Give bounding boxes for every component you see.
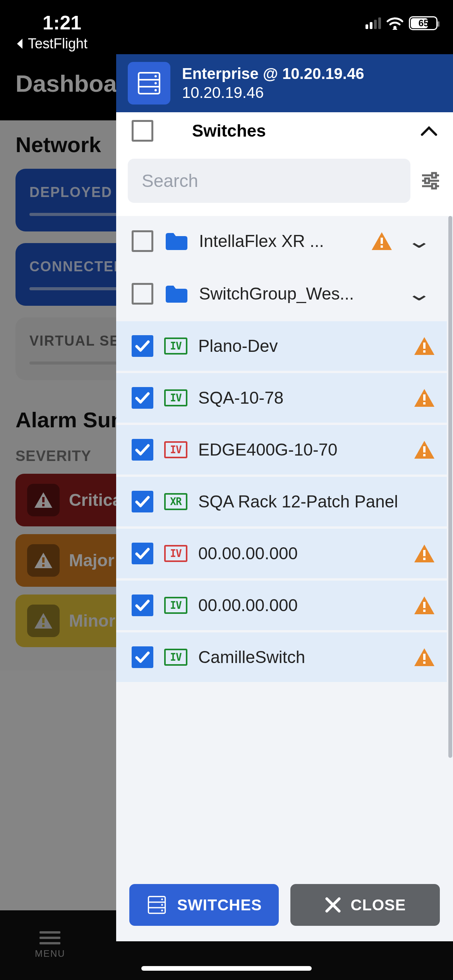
svg-rect-27 xyxy=(423,550,426,556)
row-checkbox[interactable] xyxy=(132,230,153,252)
svg-rect-29 xyxy=(423,602,426,608)
switches-button[interactable]: SWITCHES xyxy=(129,884,279,926)
type-badge: IV xyxy=(164,545,187,562)
svg-point-0 xyxy=(393,26,396,29)
back-to-app[interactable]: TestFlight xyxy=(15,36,88,52)
switch-row[interactable]: IVSQA-10-78 xyxy=(116,373,447,423)
close-button[interactable]: CLOSE xyxy=(290,884,440,926)
select-all-checkbox[interactable] xyxy=(132,120,153,142)
type-badge: IV xyxy=(164,597,187,614)
svg-rect-28 xyxy=(423,558,426,560)
svg-rect-26 xyxy=(423,454,426,456)
row-checkbox[interactable] xyxy=(132,595,153,616)
folder-icon xyxy=(164,231,188,251)
svg-rect-19 xyxy=(381,238,383,244)
svg-rect-18 xyxy=(432,184,436,188)
switch-row[interactable]: IVCamilleSwitch xyxy=(116,632,447,682)
row-label: 00.00.00.000 xyxy=(198,544,403,563)
battery-icon: 65 xyxy=(409,16,438,30)
home-indicator[interactable] xyxy=(141,966,312,971)
svg-rect-32 xyxy=(423,661,426,664)
svg-point-11 xyxy=(154,82,157,84)
row-label: SwitchGroup_Wes... xyxy=(199,284,393,303)
select-all-row[interactable]: Switches xyxy=(116,112,453,149)
svg-rect-30 xyxy=(423,610,426,612)
svg-point-38 xyxy=(161,910,163,911)
row-label: Plano-Dev xyxy=(198,336,403,356)
row-checkbox[interactable] xyxy=(132,646,153,668)
svg-rect-25 xyxy=(423,446,426,452)
svg-rect-14 xyxy=(432,173,436,178)
rack-icon xyxy=(146,894,168,916)
svg-point-36 xyxy=(161,898,163,900)
warning-triangle-icon xyxy=(414,648,435,667)
switch-row[interactable]: XRSQA Rack 12-Patch Panel xyxy=(116,477,447,526)
chevron-down-icon[interactable]: ⌄ xyxy=(394,230,444,252)
svg-rect-23 xyxy=(423,394,426,401)
row-checkbox[interactable] xyxy=(132,543,153,564)
switches-panel: Enterprise @ 10.20.19.46 10.20.19.46 Swi… xyxy=(116,54,453,941)
chevron-up-icon[interactable] xyxy=(420,125,438,136)
row-label: SQA-10-78 xyxy=(198,388,403,408)
cell-signal-icon xyxy=(365,17,381,29)
row-checkbox[interactable] xyxy=(132,387,153,409)
svg-rect-22 xyxy=(423,350,426,353)
switch-row[interactable]: IV00.00.00.000 xyxy=(116,529,447,578)
svg-point-37 xyxy=(161,904,163,906)
search-row: Search xyxy=(116,149,453,216)
panel-header: Enterprise @ 10.20.19.46 10.20.19.46 xyxy=(116,54,453,112)
chevron-down-icon[interactable]: ⌄ xyxy=(394,283,444,305)
close-icon xyxy=(324,896,341,913)
panel-title: Enterprise @ 10.20.19.46 xyxy=(182,65,364,82)
switch-row[interactable]: IV00.00.00.000 xyxy=(116,581,447,630)
row-checkbox[interactable] xyxy=(132,439,153,461)
filter-tune-icon[interactable] xyxy=(420,170,441,192)
type-badge: IV xyxy=(164,338,187,355)
row-checkbox[interactable] xyxy=(132,283,153,305)
wifi-icon xyxy=(386,17,403,30)
folder-icon xyxy=(164,284,188,303)
row-checkbox[interactable] xyxy=(132,335,153,357)
type-badge: XR xyxy=(164,493,187,510)
warning-triangle-icon xyxy=(414,336,435,356)
row-label: SQA Rack 12-Patch Panel xyxy=(198,492,435,511)
warning-triangle-icon xyxy=(414,544,435,563)
scrollbar[interactable] xyxy=(448,216,452,758)
group-row[interactable]: IntellaFlex XR ...⌄ xyxy=(116,216,447,266)
svg-rect-24 xyxy=(423,402,426,404)
warning-triangle-icon xyxy=(414,596,435,615)
panel-footer: SWITCHES CLOSE xyxy=(116,874,453,941)
group-row[interactable]: SwitchGroup_Wes...⌄ xyxy=(116,269,447,319)
switch-row[interactable]: IVEDGE400G-10-70 xyxy=(116,425,447,475)
row-label: CamilleSwitch xyxy=(198,648,403,667)
search-input[interactable]: Search xyxy=(128,159,410,203)
row-label: 00.00.00.000 xyxy=(198,596,403,615)
type-badge: IV xyxy=(164,649,187,666)
warning-triangle-icon xyxy=(414,388,435,408)
row-label: IntellaFlex XR ... xyxy=(199,231,360,251)
rack-icon xyxy=(128,62,170,105)
svg-rect-31 xyxy=(423,654,426,660)
svg-rect-16 xyxy=(425,178,429,183)
type-badge: IV xyxy=(164,389,187,406)
warning-triangle-icon xyxy=(414,440,435,459)
warning-triangle-icon xyxy=(371,231,393,251)
svg-point-10 xyxy=(154,75,157,77)
panel-subtitle: 10.20.19.46 xyxy=(182,84,364,101)
status-bar: 1:21 TestFlight 65 xyxy=(0,0,453,43)
svg-rect-21 xyxy=(423,343,426,349)
row-checkbox[interactable] xyxy=(132,491,153,512)
svg-point-12 xyxy=(154,89,157,91)
caret-left-icon xyxy=(15,38,25,50)
row-label: EDGE400G-10-70 xyxy=(198,440,403,459)
switch-row[interactable]: IVPlano-Dev xyxy=(116,321,447,371)
svg-rect-20 xyxy=(381,245,383,248)
status-time: 1:21 xyxy=(43,12,88,34)
type-badge: IV xyxy=(164,441,187,458)
back-app-label: TestFlight xyxy=(28,36,88,52)
select-all-label: Switches xyxy=(192,121,397,140)
switch-list[interactable]: IntellaFlex XR ...⌄SwitchGroup_Wes...⌄IV… xyxy=(116,216,453,874)
